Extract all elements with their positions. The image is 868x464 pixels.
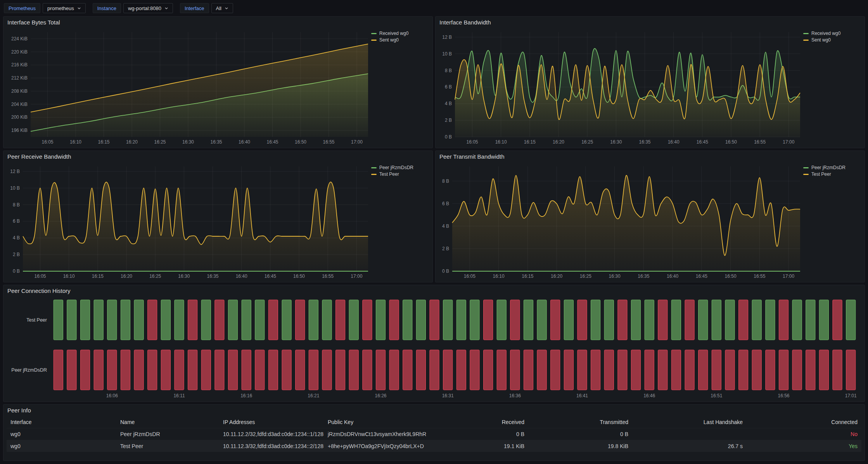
status-bar[interactable]	[282, 350, 291, 390]
status-bar[interactable]	[161, 300, 170, 340]
col-received[interactable]: Received	[440, 416, 528, 428]
status-bar[interactable]	[148, 300, 157, 340]
peer-connection-history-chart[interactable]: Test PeerPeer jRzmDsDR16:0616:1116:1616:…	[7, 297, 861, 400]
col-connected[interactable]: Connected	[747, 416, 861, 428]
interface-bytes-total-chart[interactable]: 196 KiB200 KiB204 KiB208 KiB212 KiB216 K…	[7, 28, 371, 146]
status-bar[interactable]	[484, 350, 493, 390]
status-bar[interactable]	[134, 300, 144, 340]
status-bar[interactable]	[336, 300, 345, 340]
status-bar[interactable]	[484, 300, 493, 340]
status-bar[interactable]	[456, 300, 466, 340]
status-bar[interactable]	[564, 350, 573, 390]
legend-item-test-peer[interactable]: Test Peer	[371, 171, 429, 177]
status-bar[interactable]	[779, 300, 788, 340]
status-bar[interactable]	[54, 350, 63, 390]
status-bar[interactable]	[591, 300, 600, 340]
status-bar[interactable]	[416, 350, 425, 390]
status-bar[interactable]	[604, 350, 614, 390]
status-bar[interactable]	[739, 350, 748, 390]
status-bar[interactable]	[725, 300, 735, 340]
col-interface[interactable]: Interface	[7, 416, 116, 428]
status-bar[interactable]	[67, 300, 76, 340]
var-picker-instance[interactable]: wg-portal:8080	[123, 3, 173, 13]
status-bar[interactable]	[188, 300, 197, 340]
status-bar[interactable]	[766, 350, 775, 390]
status-bar[interactable]	[779, 350, 788, 390]
status-bar[interactable]	[833, 350, 842, 390]
col-transmitted[interactable]: Transmitted	[528, 416, 632, 428]
status-bar[interactable]	[201, 300, 211, 340]
status-bar[interactable]	[604, 300, 614, 340]
legend-item-sent-wg0[interactable]: Sent wg0	[803, 37, 861, 43]
status-bar[interactable]	[107, 300, 117, 340]
status-bar[interactable]	[510, 300, 520, 340]
status-bar[interactable]	[228, 300, 237, 340]
status-bar[interactable]	[268, 350, 278, 390]
status-bar[interactable]	[537, 300, 546, 340]
status-bar[interactable]	[376, 300, 385, 340]
status-bar[interactable]	[242, 300, 251, 340]
status-bar[interactable]	[792, 350, 802, 390]
peer-transmit-bandwidth-chart[interactable]: 0 B2 B4 B6 B8 B16:0516:1016:1516:2016:25…	[439, 163, 803, 280]
legend-item-peer-jrzmdsdr[interactable]: Peer jRzmDsDR	[803, 165, 861, 170]
status-bar[interactable]	[322, 350, 332, 390]
status-bar[interactable]	[806, 350, 815, 390]
status-bar[interactable]	[671, 350, 681, 390]
col-ip-addresses[interactable]: IP Addresses	[219, 416, 324, 428]
status-bar[interactable]	[282, 300, 291, 340]
legend-item-test-peer[interactable]: Test Peer	[803, 171, 861, 177]
status-bar[interactable]	[255, 300, 265, 340]
status-bar[interactable]	[443, 300, 453, 340]
status-bar[interactable]	[443, 350, 453, 390]
peer-receive-bandwidth-chart[interactable]: 0 B2 B4 B6 B8 B10 B12 B16:0516:1016:1516…	[7, 163, 371, 280]
panel-header[interactable]: Interface Bandwidth	[436, 17, 865, 28]
status-bar[interactable]	[94, 300, 103, 340]
status-bar[interactable]	[497, 350, 506, 390]
status-bar[interactable]	[658, 350, 667, 390]
status-bar[interactable]	[456, 350, 466, 390]
status-bar[interactable]	[671, 300, 681, 340]
status-bar[interactable]	[389, 300, 399, 340]
status-bar[interactable]	[806, 300, 815, 340]
status-bar[interactable]	[296, 350, 305, 390]
status-bar[interactable]	[309, 300, 318, 340]
status-bar[interactable]	[242, 350, 251, 390]
status-bar[interactable]	[551, 350, 560, 390]
status-bar[interactable]	[389, 350, 399, 390]
status-bar[interactable]	[54, 300, 63, 340]
legend-item-peer-jrzmdsdr[interactable]: Peer jRzmDsDR	[371, 165, 429, 170]
status-bar[interactable]	[618, 300, 627, 340]
status-bar[interactable]	[712, 300, 721, 340]
legend-item-received-wg0[interactable]: Received wg0	[371, 31, 429, 36]
panel-header[interactable]: Interface Bytes Total	[3, 17, 432, 28]
panel-header[interactable]: Peer Receive Bandwidth	[3, 151, 432, 163]
status-bar[interactable]	[537, 350, 546, 390]
status-bar[interactable]	[752, 300, 761, 340]
status-bar[interactable]	[766, 300, 775, 340]
status-bar[interactable]	[309, 350, 318, 390]
status-bar[interactable]	[81, 300, 90, 340]
panel-header[interactable]: Peer Transmit Bandwidth	[436, 151, 865, 163]
status-bar[interactable]	[67, 350, 76, 390]
status-bar[interactable]	[578, 300, 587, 340]
legend-item-received-wg0[interactable]: Received wg0	[803, 31, 861, 36]
col-name[interactable]: Name	[116, 416, 219, 428]
status-bar[interactable]	[470, 300, 479, 340]
status-bar[interactable]	[81, 350, 90, 390]
status-bar[interactable]	[833, 300, 842, 340]
status-bar[interactable]	[148, 350, 157, 390]
status-bar[interactable]	[430, 350, 439, 390]
status-bar[interactable]	[215, 300, 224, 340]
status-bar[interactable]	[107, 350, 117, 390]
status-bar[interactable]	[564, 300, 573, 340]
status-bar[interactable]	[846, 300, 856, 340]
status-bar[interactable]	[524, 350, 533, 390]
status-bar[interactable]	[416, 300, 425, 340]
status-bar[interactable]	[322, 300, 332, 340]
legend-item-sent-wg0[interactable]: Sent wg0	[371, 37, 429, 43]
status-bar[interactable]	[819, 350, 828, 390]
panel-header[interactable]: Peer Info	[3, 405, 865, 416]
status-bar[interactable]	[685, 350, 694, 390]
status-bar[interactable]	[712, 350, 721, 390]
var-picker-prometheus[interactable]: prometheus	[43, 3, 86, 13]
